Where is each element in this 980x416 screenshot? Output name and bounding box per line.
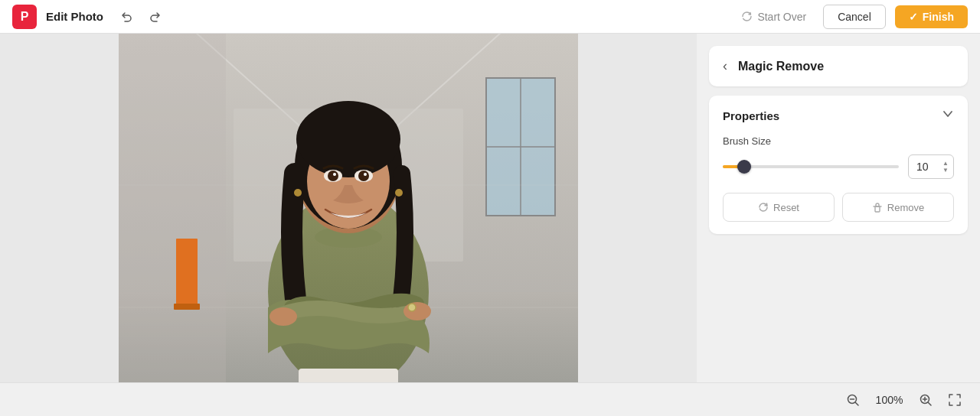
start-over-button[interactable]: Start Over (733, 6, 814, 28)
reset-label: Reset (773, 202, 799, 213)
svg-point-28 (395, 189, 403, 197)
svg-point-31 (408, 304, 416, 311)
svg-rect-11 (174, 304, 200, 310)
magic-remove-title: Magic Remove (738, 60, 824, 73)
right-panel: ‹ Magic Remove Properties Brush Size (697, 34, 980, 382)
remove-button[interactable]: Remove (842, 193, 954, 222)
svg-point-26 (364, 173, 367, 176)
svg-rect-10 (176, 239, 198, 307)
svg-rect-9 (119, 34, 226, 382)
canvas-area[interactable] (0, 34, 697, 382)
expand-button[interactable] (945, 390, 965, 410)
brush-size-input[interactable]: 10 ▲ ▼ (908, 154, 954, 179)
remove-label: Remove (887, 202, 924, 213)
cancel-button[interactable]: Cancel (823, 5, 886, 29)
properties-header: Properties (723, 108, 954, 123)
svg-point-29 (270, 307, 297, 326)
svg-point-30 (403, 302, 431, 320)
svg-point-25 (333, 173, 336, 176)
logo-text: P (21, 10, 29, 24)
properties-panel: Properties Brush Size 10 ▲ ▼ (709, 96, 968, 234)
finish-label: Finish (923, 11, 954, 23)
brush-size-row: 10 ▲ ▼ (723, 154, 954, 179)
magic-remove-panel-header: ‹ Magic Remove (709, 46, 968, 86)
zoom-in-icon (919, 393, 933, 407)
increment-arrow[interactable]: ▲ (942, 161, 949, 167)
brush-size-slider-track[interactable] (723, 165, 899, 168)
redo-button[interactable] (143, 5, 166, 28)
header: P Edit Photo Start Over Cancel (0, 0, 980, 34)
history-controls (116, 5, 166, 28)
zoom-level: 100% (872, 394, 906, 406)
footer: 100% (0, 382, 980, 416)
svg-line-38 (929, 402, 932, 405)
page-title: Edit Photo (46, 10, 103, 23)
main-content: ‹ Magic Remove Properties Brush Size (0, 34, 980, 382)
zoom-out-icon (846, 393, 860, 407)
svg-point-24 (358, 171, 369, 181)
cancel-label: Cancel (838, 11, 871, 23)
slider-thumb[interactable] (737, 160, 751, 174)
undo-button[interactable] (116, 5, 139, 28)
finish-check-icon: ✓ (909, 11, 918, 23)
photo-container (119, 34, 578, 382)
reset-button[interactable]: Reset (723, 193, 835, 222)
finish-button[interactable]: ✓ Finish (895, 5, 968, 28)
undo-icon (121, 11, 133, 23)
expand-icon (948, 393, 962, 407)
decrement-arrow[interactable]: ▼ (942, 167, 949, 174)
start-over-label: Start Over (757, 11, 806, 23)
remove-icon (872, 202, 883, 213)
chevron-down-icon (942, 108, 954, 120)
action-buttons: Reset Remove (723, 193, 954, 222)
svg-rect-32 (299, 369, 398, 382)
svg-rect-33 (875, 206, 880, 212)
photo-image (119, 34, 578, 382)
svg-point-27 (294, 189, 302, 197)
reset-icon (758, 202, 769, 213)
redo-icon (149, 11, 161, 23)
svg-point-23 (328, 171, 338, 181)
brush-size-label: Brush Size (723, 135, 954, 147)
properties-collapse-button[interactable] (942, 108, 954, 123)
app-logo: P (12, 5, 37, 29)
brush-size-value: 10 (916, 161, 929, 173)
zoom-out-button[interactable] (843, 390, 863, 410)
back-button[interactable]: ‹ (723, 58, 727, 74)
spinner-arrows: ▲ ▼ (942, 161, 949, 174)
header-right-actions: Start Over Cancel ✓ Finish (733, 5, 968, 29)
zoom-in-button[interactable] (916, 390, 936, 410)
start-over-icon (741, 11, 753, 22)
svg-line-35 (856, 402, 859, 405)
svg-point-20 (296, 101, 400, 177)
properties-title: Properties (723, 109, 779, 122)
